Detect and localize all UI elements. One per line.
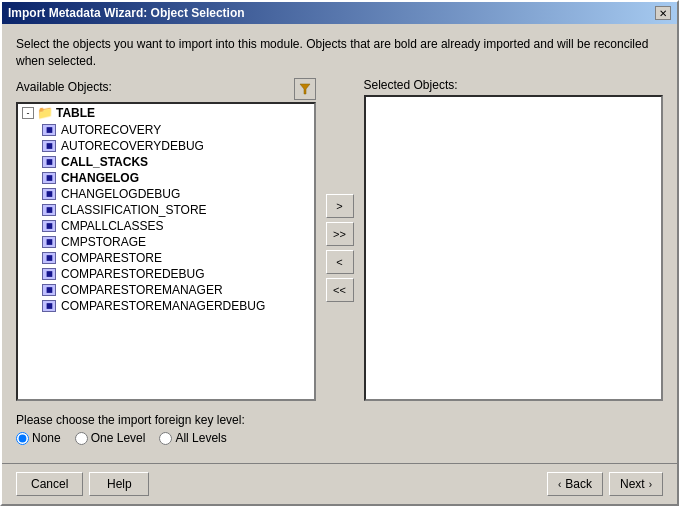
table-icon: ▦	[42, 284, 56, 296]
available-objects-label: Available Objects:	[16, 80, 294, 94]
main-window: Import Metadata Wizard: Object Selection…	[0, 0, 679, 506]
tree-item[interactable]: ▦AUTORECOVERY	[18, 122, 314, 138]
tree-item[interactable]: ▦COMPARESTOREDEBUG	[18, 266, 314, 282]
window-title: Import Metadata Wizard: Object Selection	[8, 6, 245, 20]
radio-all-levels-label: All Levels	[175, 431, 226, 445]
tree-item-label: CMPALLCLASSES	[61, 219, 164, 233]
left-button-group: Cancel Help	[16, 472, 149, 496]
back-label: Back	[565, 477, 592, 491]
tree-item[interactable]: ▦CHANGELOG	[18, 170, 314, 186]
next-label: Next	[620, 477, 645, 491]
table-icon: ▦	[42, 140, 56, 152]
radio-one-level-label: One Level	[91, 431, 146, 445]
add-all-icon: >>	[333, 228, 346, 240]
table-icon: ▦	[42, 156, 56, 168]
foreign-key-label: Please choose the import foreign key lev…	[16, 413, 663, 427]
tree-item-label: CHANGELOG	[61, 171, 139, 185]
selected-objects-label: Selected Objects:	[364, 78, 664, 92]
table-icon: ▦	[42, 188, 56, 200]
left-panel: Available Objects: - 📁 TABLE	[16, 78, 316, 401]
tree-item-label: CMPSTORAGE	[61, 235, 146, 249]
folder-icon: 📁	[37, 105, 53, 121]
table-icon: ▦	[42, 124, 56, 136]
remove-one-button[interactable]: <	[326, 250, 354, 274]
tree-toolbar: Available Objects:	[16, 78, 316, 100]
tree-item[interactable]: ▦AUTORECOVERYDEBUG	[18, 138, 314, 154]
radio-one-level-input[interactable]	[75, 432, 88, 445]
tree-item-label: AUTORECOVERYDEBUG	[61, 139, 204, 153]
foreign-key-section: Please choose the import foreign key lev…	[16, 413, 663, 445]
tree-item-label: COMPARESTOREDEBUG	[61, 267, 205, 281]
tree-item[interactable]: ▦CMPSTORAGE	[18, 234, 314, 250]
tree-item-label: CHANGELOGDEBUG	[61, 187, 180, 201]
title-bar: Import Metadata Wizard: Object Selection…	[2, 2, 677, 24]
tree-item[interactable]: ▦COMPARESTORE	[18, 250, 314, 266]
back-chevron: ‹	[558, 479, 561, 490]
help-button[interactable]: Help	[89, 472, 149, 496]
next-button[interactable]: Next ›	[609, 472, 663, 496]
tree-root-label: TABLE	[56, 106, 95, 120]
radio-group: None One Level All Levels	[16, 431, 663, 445]
description-text: Select the objects you want to import in…	[16, 36, 663, 70]
tree-item[interactable]: ▦COMPARESTOREMANAGERDEBUG	[18, 298, 314, 314]
table-icon: ▦	[42, 300, 56, 312]
tree-item-label: AUTORECOVERY	[61, 123, 161, 137]
radio-one-level[interactable]: One Level	[75, 431, 146, 445]
tree-root-item[interactable]: - 📁 TABLE	[18, 104, 314, 122]
main-area: Available Objects: - 📁 TABLE	[16, 78, 663, 401]
add-all-button[interactable]: >>	[326, 222, 354, 246]
radio-all-levels[interactable]: All Levels	[159, 431, 226, 445]
table-icon: ▦	[42, 204, 56, 216]
tree-item[interactable]: ▦CALL_STACKS	[18, 154, 314, 170]
table-icon: ▦	[42, 268, 56, 280]
radio-none-input[interactable]	[16, 432, 29, 445]
cancel-button[interactable]: Cancel	[16, 472, 83, 496]
content-area: Select the objects you want to import in…	[2, 24, 677, 457]
radio-all-levels-input[interactable]	[159, 432, 172, 445]
middle-buttons: > >> < <<	[322, 96, 358, 401]
remove-one-icon: <	[336, 256, 342, 268]
tree-item[interactable]: ▦COMPARESTOREMANAGER	[18, 282, 314, 298]
radio-none-label: None	[32, 431, 61, 445]
right-button-group: ‹ Back Next ›	[547, 472, 663, 496]
selected-objects-box[interactable]	[364, 95, 664, 401]
remove-all-icon: <<	[333, 284, 346, 296]
tree-item[interactable]: ▦CMPALLCLASSES	[18, 218, 314, 234]
tree-item-label: COMPARESTOREMANAGERDEBUG	[61, 299, 265, 313]
back-button[interactable]: ‹ Back	[547, 472, 603, 496]
tree-item[interactable]: ▦CLASSIFICATION_STORE	[18, 202, 314, 218]
tree-item-label: CLASSIFICATION_STORE	[61, 203, 207, 217]
bottom-bar: Cancel Help ‹ Back Next ›	[2, 464, 677, 504]
radio-none[interactable]: None	[16, 431, 61, 445]
close-button[interactable]: ✕	[655, 6, 671, 20]
available-objects-tree[interactable]: - 📁 TABLE ▦AUTORECOVERY▦AUTORECOVERYDEBU…	[16, 102, 316, 401]
table-icon: ▦	[42, 172, 56, 184]
svg-marker-0	[300, 84, 310, 94]
table-icon: ▦	[42, 220, 56, 232]
table-icon: ▦	[42, 236, 56, 248]
expand-icon[interactable]: -	[22, 107, 34, 119]
tree-item-label: CALL_STACKS	[61, 155, 148, 169]
filter-icon	[298, 82, 312, 96]
next-chevron: ›	[649, 479, 652, 490]
right-panel: Selected Objects:	[364, 78, 664, 401]
tree-children: ▦AUTORECOVERY▦AUTORECOVERYDEBUG▦CALL_STA…	[18, 122, 314, 314]
remove-all-button[interactable]: <<	[326, 278, 354, 302]
tree-item-label: COMPARESTORE	[61, 251, 162, 265]
filter-button[interactable]	[294, 78, 316, 100]
tree-item-label: COMPARESTOREMANAGER	[61, 283, 223, 297]
add-one-icon: >	[336, 200, 342, 212]
tree-item[interactable]: ▦CHANGELOGDEBUG	[18, 186, 314, 202]
add-one-button[interactable]: >	[326, 194, 354, 218]
table-icon: ▦	[42, 252, 56, 264]
